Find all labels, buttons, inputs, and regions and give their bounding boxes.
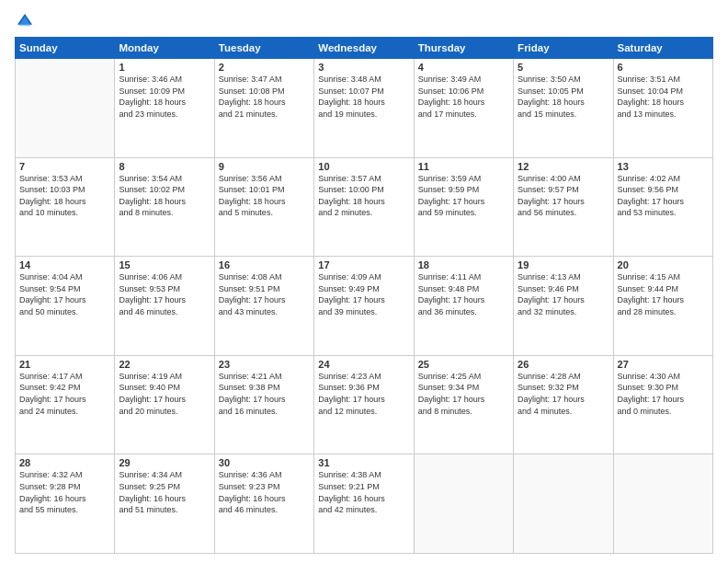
calendar-cell: 1Sunrise: 3:46 AMSunset: 10:09 PMDayligh… <box>115 59 214 158</box>
cell-content: Sunrise: 3:57 AMSunset: 10:00 PMDaylight… <box>318 173 409 219</box>
week-row-2: 7Sunrise: 3:53 AMSunset: 10:03 PMDayligh… <box>16 157 713 257</box>
day-number: 18 <box>418 259 509 270</box>
calendar-cell: 27Sunrise: 4:30 AMSunset: 9:30 PMDayligh… <box>613 355 712 454</box>
calendar-cell: 10Sunrise: 3:57 AMSunset: 10:00 PMDaylig… <box>314 157 414 257</box>
calendar-cell: 18Sunrise: 4:11 AMSunset: 9:48 PMDayligh… <box>414 257 513 356</box>
weekday-header-row: SundayMondayTuesdayWednesdayThursdayFrid… <box>16 38 713 59</box>
weekday-header-friday: Friday <box>514 38 613 59</box>
cell-content: Sunrise: 4:21 AMSunset: 9:38 PMDaylight:… <box>219 371 310 417</box>
calendar-cell: 21Sunrise: 4:17 AMSunset: 9:42 PMDayligh… <box>16 355 115 454</box>
calendar-cell: 11Sunrise: 3:59 AMSunset: 9:59 PMDayligh… <box>414 157 513 257</box>
day-number: 26 <box>518 359 609 370</box>
calendar-table: SundayMondayTuesdayWednesdayThursdayFrid… <box>15 37 713 554</box>
cell-content: Sunrise: 3:46 AMSunset: 10:09 PMDaylight… <box>119 74 210 120</box>
calendar-cell: 25Sunrise: 4:25 AMSunset: 9:34 PMDayligh… <box>414 355 513 454</box>
week-row-5: 28Sunrise: 4:32 AMSunset: 9:28 PMDayligh… <box>16 454 713 554</box>
day-number: 5 <box>518 62 609 73</box>
day-number: 19 <box>518 259 609 270</box>
week-row-3: 14Sunrise: 4:04 AMSunset: 9:54 PMDayligh… <box>16 257 713 356</box>
cell-content: Sunrise: 4:02 AMSunset: 9:56 PMDaylight:… <box>618 173 709 219</box>
calendar-cell <box>16 59 115 158</box>
day-number: 16 <box>219 259 310 270</box>
cell-content: Sunrise: 3:47 AMSunset: 10:08 PMDaylight… <box>219 74 310 120</box>
calendar-cell: 23Sunrise: 4:21 AMSunset: 9:38 PMDayligh… <box>214 355 313 454</box>
cell-content: Sunrise: 3:56 AMSunset: 10:01 PMDaylight… <box>219 173 310 219</box>
day-number: 13 <box>618 161 709 172</box>
day-number: 31 <box>318 457 409 468</box>
calendar-cell: 6Sunrise: 3:51 AMSunset: 10:04 PMDayligh… <box>613 59 712 158</box>
cell-content: Sunrise: 4:08 AMSunset: 9:51 PMDaylight:… <box>219 271 310 317</box>
calendar-cell: 22Sunrise: 4:19 AMSunset: 9:40 PMDayligh… <box>115 355 214 454</box>
calendar-cell <box>414 454 513 554</box>
day-number: 2 <box>219 62 310 73</box>
day-number: 15 <box>119 259 210 270</box>
cell-content: Sunrise: 4:38 AMSunset: 9:21 PMDaylight:… <box>318 469 409 515</box>
week-row-1: 1Sunrise: 3:46 AMSunset: 10:09 PMDayligh… <box>16 59 713 158</box>
calendar-cell: 20Sunrise: 4:15 AMSunset: 9:44 PMDayligh… <box>613 257 712 356</box>
day-number: 17 <box>318 259 409 270</box>
day-number: 11 <box>418 161 509 172</box>
cell-content: Sunrise: 3:54 AMSunset: 10:02 PMDaylight… <box>119 173 210 219</box>
day-number: 1 <box>119 62 210 73</box>
cell-content: Sunrise: 4:13 AMSunset: 9:46 PMDaylight:… <box>518 271 609 317</box>
cell-content: Sunrise: 3:53 AMSunset: 10:03 PMDaylight… <box>19 173 110 219</box>
weekday-header-thursday: Thursday <box>414 38 513 59</box>
calendar-cell: 19Sunrise: 4:13 AMSunset: 9:46 PMDayligh… <box>514 257 613 356</box>
calendar-cell: 2Sunrise: 3:47 AMSunset: 10:08 PMDayligh… <box>214 59 313 158</box>
day-number: 23 <box>219 359 310 370</box>
weekday-header-saturday: Saturday <box>613 38 712 59</box>
cell-content: Sunrise: 4:19 AMSunset: 9:40 PMDaylight:… <box>119 371 210 417</box>
calendar-cell: 30Sunrise: 4:36 AMSunset: 9:23 PMDayligh… <box>214 454 313 554</box>
day-number: 29 <box>119 457 210 468</box>
day-number: 4 <box>418 62 509 73</box>
calendar-cell <box>514 454 613 554</box>
cell-content: Sunrise: 3:49 AMSunset: 10:06 PMDaylight… <box>418 74 509 120</box>
day-number: 24 <box>318 359 409 370</box>
cell-content: Sunrise: 3:59 AMSunset: 9:59 PMDaylight:… <box>418 173 509 219</box>
calendar-page: SundayMondayTuesdayWednesdayThursdayFrid… <box>0 0 728 563</box>
cell-content: Sunrise: 4:11 AMSunset: 9:48 PMDaylight:… <box>418 271 509 317</box>
day-number: 30 <box>219 457 310 468</box>
day-number: 7 <box>19 161 110 172</box>
day-number: 10 <box>318 161 409 172</box>
weekday-header-wednesday: Wednesday <box>314 38 414 59</box>
calendar-cell: 5Sunrise: 3:50 AMSunset: 10:05 PMDayligh… <box>514 59 613 158</box>
logo-icon <box>15 11 35 31</box>
cell-content: Sunrise: 4:04 AMSunset: 9:54 PMDaylight:… <box>19 271 110 317</box>
calendar-cell: 24Sunrise: 4:23 AMSunset: 9:36 PMDayligh… <box>314 355 414 454</box>
weekday-header-monday: Monday <box>115 38 214 59</box>
header <box>15 11 713 31</box>
day-number: 3 <box>318 62 409 73</box>
cell-content: Sunrise: 3:48 AMSunset: 10:07 PMDaylight… <box>318 74 409 120</box>
cell-content: Sunrise: 4:36 AMSunset: 9:23 PMDaylight:… <box>219 469 310 515</box>
day-number: 6 <box>618 62 709 73</box>
week-row-4: 21Sunrise: 4:17 AMSunset: 9:42 PMDayligh… <box>16 355 713 454</box>
calendar-cell: 16Sunrise: 4:08 AMSunset: 9:51 PMDayligh… <box>214 257 313 356</box>
day-number: 28 <box>19 457 110 468</box>
calendar-cell <box>613 454 712 554</box>
day-number: 22 <box>119 359 210 370</box>
day-number: 25 <box>418 359 509 370</box>
calendar-cell: 12Sunrise: 4:00 AMSunset: 9:57 PMDayligh… <box>514 157 613 257</box>
cell-content: Sunrise: 3:50 AMSunset: 10:05 PMDaylight… <box>518 74 609 120</box>
day-number: 27 <box>618 359 709 370</box>
calendar-cell: 8Sunrise: 3:54 AMSunset: 10:02 PMDayligh… <box>115 157 214 257</box>
day-number: 12 <box>518 161 609 172</box>
calendar-cell: 3Sunrise: 3:48 AMSunset: 10:07 PMDayligh… <box>314 59 414 158</box>
day-number: 8 <box>119 161 210 172</box>
cell-content: Sunrise: 4:06 AMSunset: 9:53 PMDaylight:… <box>119 271 210 317</box>
calendar-cell: 13Sunrise: 4:02 AMSunset: 9:56 PMDayligh… <box>613 157 712 257</box>
calendar-cell: 14Sunrise: 4:04 AMSunset: 9:54 PMDayligh… <box>16 257 115 356</box>
calendar-cell: 17Sunrise: 4:09 AMSunset: 9:49 PMDayligh… <box>314 257 414 356</box>
cell-content: Sunrise: 4:28 AMSunset: 9:32 PMDaylight:… <box>518 371 609 417</box>
cell-content: Sunrise: 3:51 AMSunset: 10:04 PMDaylight… <box>618 74 709 120</box>
day-number: 9 <box>219 161 310 172</box>
day-number: 20 <box>618 259 709 270</box>
day-number: 14 <box>19 259 110 270</box>
calendar-cell: 29Sunrise: 4:34 AMSunset: 9:25 PMDayligh… <box>115 454 214 554</box>
day-number: 21 <box>19 359 110 370</box>
calendar-cell: 28Sunrise: 4:32 AMSunset: 9:28 PMDayligh… <box>16 454 115 554</box>
calendar-cell: 9Sunrise: 3:56 AMSunset: 10:01 PMDayligh… <box>214 157 313 257</box>
cell-content: Sunrise: 4:34 AMSunset: 9:25 PMDaylight:… <box>119 469 210 515</box>
cell-content: Sunrise: 4:23 AMSunset: 9:36 PMDaylight:… <box>318 371 409 417</box>
